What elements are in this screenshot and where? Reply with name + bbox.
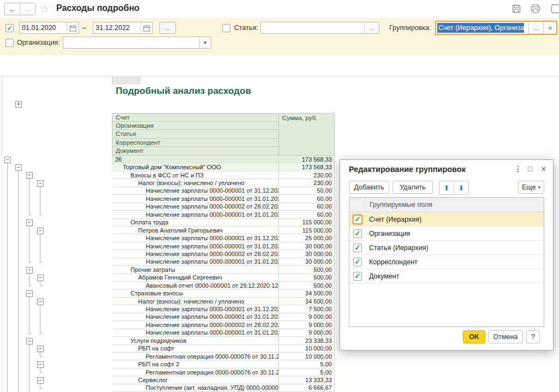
tree-collapse-button[interactable]: − [26, 219, 33, 226]
calendar-icon[interactable] [67, 22, 79, 33]
application-window: ← → ☆ Расходы подробно ✓ – [0, 0, 559, 392]
report-row[interactable]: РБП на софт10 000,00 [112, 345, 335, 353]
report-row[interactable]: Абрамов Геннадий Сергеевич500,00 [112, 274, 335, 282]
date-to-input[interactable] [93, 22, 140, 33]
report-row[interactable]: Начисление зарплаты 0000-000001 от 31.01… [112, 329, 335, 337]
report-row[interactable]: Начисление зарплаты 0000-000001 от 31.01… [112, 242, 335, 250]
grouping-item-checkbox[interactable]: ✓ [353, 243, 362, 252]
report-row[interactable]: РБП на софт 25,00 [112, 360, 335, 368]
report-header-cell[interactable]: Корреспондент [112, 139, 278, 147]
tree-collapse-button[interactable]: − [26, 172, 33, 179]
grouping-list-item[interactable]: ✓Корреспондент [349, 255, 544, 269]
report-row[interactable]: Страховые взносы34 500,00 [112, 289, 335, 297]
grouping-item-checkbox[interactable]: ✓ [353, 272, 362, 281]
tree-collapse-button[interactable]: − [26, 338, 33, 345]
grouping-list-item[interactable]: ✓Документ [349, 269, 544, 283]
grouping-item-label: Статья (Иерархия) [369, 244, 429, 252]
report-row[interactable]: Начисление зарплаты 0000-000001 от 31.01… [112, 313, 335, 321]
report-row[interactable]: Торговый дом "Комплексный" ООО173 568,33 [112, 163, 335, 171]
report-header-cell[interactable]: Счет [112, 114, 278, 122]
report-row[interactable]: Регламентная операция 0000-000076 от 30.… [112, 353, 335, 360]
report-row[interactable]: Регламентная операция 0000-000076 от 30.… [112, 369, 335, 376]
gruppirovka-choose-button[interactable]: ... [528, 22, 543, 34]
amount-column-header[interactable]: Сумма, руб. [279, 113, 335, 156]
gruppirovka-label: Группировка: [389, 24, 431, 32]
forward-button[interactable]: → [20, 3, 35, 15]
report-row[interactable]: Начисление зарплаты 0000-000002 от 28.02… [112, 250, 335, 258]
tree-collapse-button[interactable]: − [26, 267, 33, 274]
report-row[interactable]: Начисление зарплаты 0000-000001 от 31.01… [112, 211, 335, 218]
report-row[interactable]: Услуги подрядчиков23 338,33 [112, 337, 335, 345]
report-row[interactable]: Начисление зарплаты 0000-000001 от 31.12… [112, 234, 335, 242]
report-row[interactable]: Налог (взносы): начислено / уплачено230,… [112, 179, 335, 187]
tree-collapse-button[interactable]: − [4, 157, 11, 163]
grouping-list-item[interactable]: ✓Организация [349, 227, 544, 241]
tree-collapse-button[interactable]: − [37, 275, 44, 281]
remove-button[interactable]: Удалить [393, 181, 433, 194]
grouping-list-item[interactable]: ✓Статья (Иерархия) [349, 241, 544, 255]
save-icon[interactable] [511, 3, 522, 14]
tree-collapse-button[interactable]: − [15, 164, 22, 171]
grouping-list-header: Группируемые поля [349, 198, 544, 212]
more-label: Еще [522, 183, 536, 191]
grouping-item-checkbox[interactable]: ✓ [353, 215, 362, 224]
tree-collapse-button[interactable]: − [37, 377, 44, 384]
calendar-icon[interactable] [140, 22, 152, 33]
report-row[interactable]: 26173 568,33 [112, 156, 335, 163]
report-row[interactable]: Начисление зарплаты 0000-000001 от 31.12… [112, 187, 335, 195]
more-button[interactable]: Еще ▾ [518, 181, 544, 194]
add-button[interactable]: Добавить [349, 181, 389, 194]
tree-collapse-button[interactable]: − [37, 299, 44, 305]
report-row[interactable]: Налог (взносы): начислено / уплачено34 5… [112, 298, 335, 305]
report-row[interactable]: Начисление зарплаты 0000-000002 от 28.02… [112, 203, 335, 211]
date-from-input[interactable] [20, 22, 67, 33]
report-row[interactable]: Начисление зарплаты 0000-000002 от 28.02… [112, 321, 335, 329]
tree-collapse-button[interactable]: − [37, 228, 44, 234]
report-row[interactable]: Оплата труда115 000,00 [112, 219, 335, 227]
grouping-item-checkbox[interactable]: ✓ [353, 229, 362, 238]
dialog-menu-icon[interactable]: ⋮ [514, 164, 522, 173]
combo-dropdown-icon[interactable]: ▼ [199, 37, 211, 48]
gruppirovka-clear-button[interactable]: × [543, 22, 556, 34]
tree-collapse-button[interactable]: − [26, 290, 33, 297]
partial-toolbar-icon[interactable] [551, 3, 559, 14]
report-row[interactable]: Начисление зарплаты 0000-000001 от 31.01… [112, 195, 335, 203]
report-row[interactable]: Авансовый отчет 0000-000001 от 29.12.202… [112, 282, 335, 289]
period-options-button[interactable]: ... [159, 22, 176, 34]
period-checkbox[interactable]: ✓ [5, 24, 14, 32]
favorite-star-icon[interactable]: ☆ [40, 3, 49, 15]
report-row[interactable]: Поступление (акт, накладная, УПД) 0000-0… [112, 384, 335, 392]
back-button[interactable]: ← [5, 3, 20, 15]
move-down-button[interactable]: ⬇ [454, 181, 468, 194]
dialog-maximize-icon[interactable]: □ [528, 164, 532, 173]
grouping-item-checkbox[interactable]: ✓ [353, 258, 362, 266]
organizaciya-input[interactable] [63, 37, 199, 48]
tree-collapse-button[interactable]: − [37, 346, 44, 352]
report-header-cell[interactable]: Организация [112, 122, 278, 130]
column-group-expand-button[interactable]: + [15, 101, 22, 108]
help-button[interactable]: ? [526, 330, 540, 343]
grouping-list-item[interactable]: ✓Счет (Иерархия) [349, 212, 544, 227]
dropdown-caret-icon: ▾ [538, 185, 540, 190]
report-row[interactable]: Петров Анатолий Григорьевич115 000,00 [112, 227, 335, 234]
statya-input[interactable] [261, 22, 364, 33]
ok-button[interactable]: OK [463, 330, 485, 343]
dialog-close-icon[interactable]: × [541, 164, 546, 174]
print-icon[interactable] [530, 3, 541, 14]
tree-collapse-button[interactable]: − [37, 180, 44, 187]
move-up-button[interactable]: ⬆ [439, 181, 454, 194]
report-header-cell[interactable]: Статья [112, 130, 278, 138]
tree-connector-line [40, 186, 40, 215]
statya-choose-button[interactable]: ... [364, 22, 379, 33]
tree-collapse-button[interactable]: − [37, 361, 44, 368]
report-row[interactable]: Сервислог13 333,33 [112, 376, 335, 384]
report-row[interactable]: Начисление зарплаты 0000-000001 от 31.01… [112, 258, 335, 266]
gruppirovka-value[interactable]: Счет (Иерархия), Организация, [437, 23, 524, 33]
report-header-cell[interactable]: Документ [112, 147, 278, 155]
statya-checkbox[interactable] [222, 24, 230, 32]
report-row[interactable]: Взносы в ФСС от НС и ПЗ230,00 [112, 171, 335, 179]
report-row[interactable]: Начисление зарплаты 0000-000001 от 31.12… [112, 305, 335, 313]
cancel-button[interactable]: Отмена [488, 330, 523, 343]
organizaciya-checkbox[interactable] [5, 39, 14, 47]
report-row[interactable]: Прочие затраты500,00 [112, 266, 335, 274]
